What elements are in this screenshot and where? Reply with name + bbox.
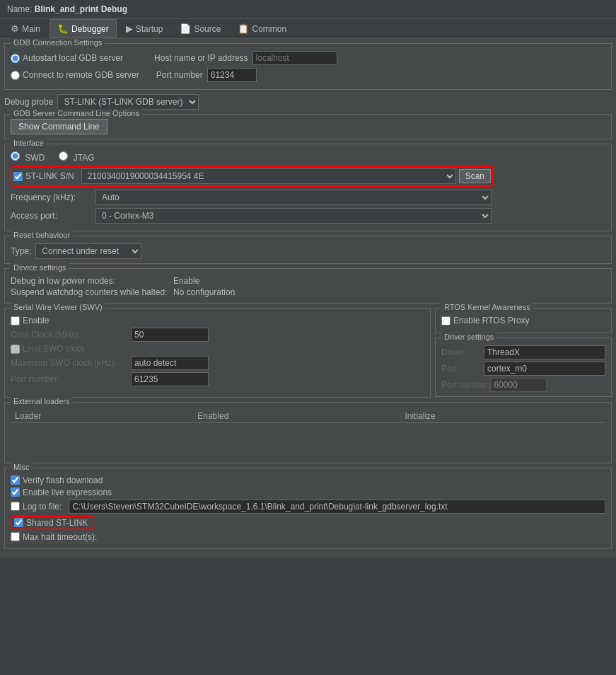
- access-port-select[interactable]: 0 - Cortex-M3: [95, 208, 492, 224]
- shared-stlink-checkbox[interactable]: [14, 518, 23, 527]
- suspend-watchdog-value: No configuration: [173, 287, 605, 297]
- core-clock-label: Core Clock (MHz):: [11, 330, 131, 340]
- jtag-option: JTAG: [59, 151, 97, 163]
- driver-settings-title: Driver settings: [441, 333, 496, 341]
- config-name: Blink_and_print Debug: [35, 4, 127, 14]
- shared-stlink-label: Shared ST-LINK: [26, 518, 88, 528]
- swd-option: SWD: [11, 151, 47, 163]
- swv-port-row: Port number:: [11, 372, 424, 386]
- core-clock-input: [131, 328, 209, 342]
- misc-title: Misc: [11, 463, 33, 471]
- autostart-label: Autostart local GDB server: [23, 53, 123, 63]
- frequency-select[interactable]: Auto: [95, 190, 492, 205]
- verify-flash-label: Verify flash download: [23, 475, 103, 485]
- misc-content: Verify flash download Enable live expres…: [11, 475, 605, 542]
- reset-behaviour-content: Type: Connect under reset Software reset…: [11, 243, 605, 259]
- tab-main[interactable]: ⚙ Main: [3, 19, 48, 38]
- tab-startup[interactable]: ▶ Startup: [118, 19, 171, 38]
- access-port-row: Access port: 0 - Cortex-M3: [11, 208, 605, 224]
- external-loaders-title: External loaders: [11, 397, 73, 405]
- log-to-file-checkbox[interactable]: [11, 502, 20, 511]
- rtos-enable-row: Enable RTOS Proxy: [441, 316, 605, 325]
- tabs-bar: ⚙ Main 🐛 Debugger ▶ Startup 📄 Source 📋 C…: [0, 19, 616, 39]
- stlink-sn-row: ST-LINK S/N 2100340019000034415954 4E Sc…: [11, 166, 605, 187]
- loader-col-header: Loader: [11, 410, 193, 423]
- shared-stlink-highlight: Shared ST-LINK: [11, 516, 94, 530]
- interface-title: Interface: [11, 139, 47, 147]
- show-command-line-button[interactable]: Show Command Line: [11, 119, 107, 134]
- loader-thead: Loader Enabled Initialize: [11, 410, 605, 423]
- frequency-row: Frequency (kHz): Auto: [11, 190, 605, 205]
- enable-live-checkbox[interactable]: [11, 487, 20, 497]
- tab-source[interactable]: 📄 Source: [172, 19, 228, 38]
- port-input[interactable]: [207, 68, 257, 82]
- rtos-enable-checkbox[interactable]: [441, 316, 451, 325]
- common-icon: 📋: [238, 23, 249, 34]
- driver-port-label: Port:: [441, 364, 484, 374]
- device-settings-title: Device settings: [11, 263, 69, 272]
- max-swo-row: Maximum SWO clock (kHz):: [11, 356, 424, 370]
- driver-content: Driver: Port: Port number:: [441, 345, 605, 392]
- rtos-enable-label: Enable RTOS Proxy: [453, 316, 530, 325]
- jtag-label: JTAG: [74, 153, 95, 163]
- port-label: Port number: [156, 70, 203, 80]
- loader-table: Loader Enabled Initialize: [11, 410, 605, 458]
- tab-common[interactable]: 📋 Common: [230, 19, 294, 38]
- stlink-sn-label: ST-LINK S/N: [25, 171, 74, 181]
- limit-swo-checkbox: [11, 345, 20, 354]
- log-to-file-label: Log to file:: [23, 502, 62, 512]
- swd-radio[interactable]: [11, 151, 20, 161]
- gdb-connection-section: GDB Connection Settings Autostart local …: [4, 43, 612, 90]
- autostart-row: Autostart local GDB server Host name or …: [11, 51, 605, 65]
- suspend-watchdog-row: Suspend watchdog counters while halted: …: [11, 287, 605, 297]
- frequency-label: Frequency (kHz):: [11, 192, 95, 202]
- tab-debugger[interactable]: 🐛 Debugger: [50, 19, 117, 38]
- driver-port-number-row: Port number:: [441, 378, 605, 392]
- interface-section: Interface SWD JTAG ST-LINK S/N 21003: [4, 144, 612, 231]
- swv-content: Enable Core Clock (MHz): Limit SWO clock…: [11, 316, 424, 386]
- max-swo-label: Maximum SWO clock (kHz):: [11, 358, 131, 368]
- external-loaders-section: External loaders Loader Enabled Initiali…: [4, 402, 612, 463]
- interface-radio-group: SWD JTAG: [11, 151, 605, 163]
- reset-type-select[interactable]: Connect under reset Software reset Hardw…: [35, 243, 141, 259]
- debug-low-power-row: Debug in low power modes: Enable: [11, 276, 605, 286]
- misc-section: Misc Verify flash download Enable live e…: [4, 468, 612, 549]
- swv-title: Serial Wire Viewer (SWV): [11, 303, 105, 311]
- debug-probe-select[interactable]: ST-LINK (ST-LINK GDB server): [57, 94, 199, 110]
- remote-radio[interactable]: [11, 71, 20, 80]
- log-to-file-row: Log to file:: [11, 500, 605, 514]
- rtos-content: Enable RTOS Proxy: [441, 316, 605, 325]
- max-swo-input: [131, 356, 209, 370]
- loader-empty-cell: [11, 423, 605, 458]
- hostname-input[interactable]: [252, 51, 337, 65]
- log-path-input[interactable]: [69, 500, 605, 514]
- swv-enable-checkbox[interactable]: [11, 316, 20, 325]
- gdb-server-options-section: GDB Server Command Line Options Show Com…: [4, 114, 612, 139]
- loader-empty-row: [11, 423, 605, 458]
- gdb-server-options-title: GDB Server Command Line Options: [11, 109, 142, 117]
- debug-low-power-label: Debug in low power modes:: [11, 276, 173, 286]
- enable-live-label: Enable live expressions: [23, 487, 112, 497]
- initialize-col-header: Initialize: [400, 410, 605, 423]
- enable-live-row: Enable live expressions: [11, 487, 605, 497]
- driver-input: [484, 345, 605, 359]
- scan-button[interactable]: Scan: [459, 169, 491, 183]
- verify-flash-checkbox[interactable]: [11, 475, 20, 485]
- limit-swo-label: Limit SWO clock: [23, 344, 85, 354]
- debugger-icon: 🐛: [57, 23, 69, 34]
- max-halt-checkbox[interactable]: [11, 532, 20, 541]
- autostart-radio[interactable]: [11, 54, 20, 63]
- core-clock-row: Core Clock (MHz):: [11, 328, 424, 342]
- debug-probe-row: Debug probe ST-LINK (ST-LINK GDB server): [4, 94, 612, 110]
- main-content: GDB Connection Settings Autostart local …: [0, 39, 616, 558]
- debug-low-power-value: Enable: [173, 276, 605, 286]
- driver-section: Driver settings Driver: Port: Port numbe…: [435, 338, 612, 397]
- driver-port-row: Port:: [441, 362, 605, 376]
- shared-stlink-row: Shared ST-LINK: [11, 516, 605, 530]
- jtag-radio[interactable]: [59, 151, 68, 161]
- stlink-sn-select[interactable]: 2100340019000034415954 4E: [81, 168, 456, 184]
- rtos-section: RTOS Kernel Awareness Enable RTOS Proxy: [435, 308, 612, 333]
- stlink-highlight-box: ST-LINK S/N 2100340019000034415954 4E Sc…: [11, 166, 494, 187]
- stlink-sn-checkbox[interactable]: [13, 172, 23, 181]
- device-settings-section: Device settings Debug in low power modes…: [4, 268, 612, 304]
